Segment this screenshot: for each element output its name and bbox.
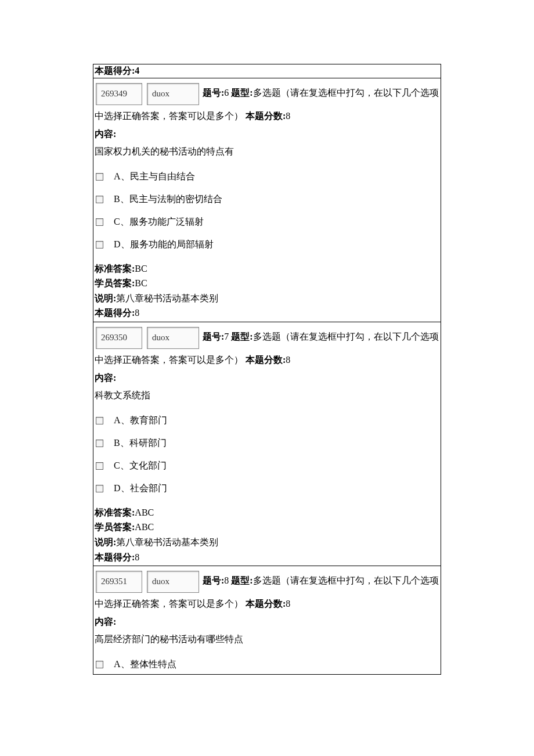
student-answer-row: 学员答案:ABC bbox=[95, 520, 439, 535]
checkbox-c[interactable] bbox=[96, 218, 103, 226]
question-type-label: 题型: bbox=[231, 576, 252, 586]
choice-row-a: A、教育部门 bbox=[95, 415, 439, 427]
student-answer-label: 学员答案: bbox=[95, 522, 135, 532]
checkbox-d[interactable] bbox=[96, 241, 103, 249]
standard-answer-row: 标准答案:ABC bbox=[95, 505, 439, 520]
question-number-value: 8 bbox=[224, 576, 229, 586]
score-obtained-label: 本题得分: bbox=[95, 552, 135, 562]
question-code-input[interactable]: duox bbox=[147, 83, 199, 105]
question-prompt: 高层经济部门的秘书活动有哪些特点 bbox=[95, 631, 439, 648]
checkbox-a[interactable] bbox=[96, 417, 103, 424]
choice-c-text: C、文化部门 bbox=[114, 460, 167, 472]
question-header: 269351 duox 题号:8 题型:多选题（请在复选框中打勾，在以下几个选项… bbox=[95, 570, 439, 613]
choice-row-a: A、民主与自由结合 bbox=[95, 171, 439, 183]
question-block-6: 269349 duox 题号:6 题型:多选题（请在复选框中打勾，在以下几个选项… bbox=[93, 78, 441, 322]
choice-row-b: B、民主与法制的密切结合 bbox=[95, 193, 439, 206]
question-id-input[interactable]: 269349 bbox=[96, 83, 142, 105]
question-id-input[interactable]: 269350 bbox=[96, 327, 142, 349]
question-prompt: 科教文系统指 bbox=[95, 387, 439, 404]
score-obtained-label: 本题得分: bbox=[95, 308, 135, 318]
desc-row: 说明:第八章秘书活动基本类别 bbox=[95, 291, 439, 306]
choice-row-d: D、社会部门 bbox=[95, 483, 439, 495]
question-type-label: 题型: bbox=[231, 332, 252, 341]
choice-d-text: D、服务功能的局部辐射 bbox=[114, 239, 214, 251]
score-obtained-row: 本题得分:8 bbox=[95, 550, 439, 565]
choice-row-c: C、服务功能广泛辐射 bbox=[95, 216, 439, 228]
standard-answer-label: 标准答案: bbox=[95, 507, 135, 517]
prev-score-row: 本题得分:4 bbox=[93, 64, 441, 78]
choice-a-text: A、民主与自由结合 bbox=[114, 171, 195, 183]
question-prompt: 国家权力机关的秘书活动的特点有 bbox=[95, 143, 439, 160]
checkbox-b[interactable] bbox=[96, 440, 103, 447]
question-header: 269350 duox 题号:7 题型:多选题（请在复选框中打勾，在以下几个选项… bbox=[95, 326, 439, 369]
content-label: 内容: bbox=[95, 614, 439, 631]
choice-c-text: C、服务功能广泛辐射 bbox=[114, 216, 204, 228]
score-obtained-value: 8 bbox=[135, 308, 139, 318]
choice-row-a: A、整体性特点 bbox=[95, 658, 439, 671]
prev-score-value: 4 bbox=[135, 66, 139, 75]
choice-d-text: D、社会部门 bbox=[114, 483, 167, 495]
choice-b-text: B、民主与法制的密切结合 bbox=[114, 193, 222, 206]
desc-label: 说明: bbox=[95, 293, 116, 303]
choice-b-text: B、科研部门 bbox=[114, 437, 167, 449]
desc-label: 说明: bbox=[95, 537, 116, 547]
student-answer-row: 学员答案:BC bbox=[95, 276, 439, 291]
content-label: 内容: bbox=[95, 370, 439, 387]
checkbox-a[interactable] bbox=[96, 661, 103, 668]
standard-answer-label: 标准答案: bbox=[95, 264, 135, 273]
desc-value: 第八章秘书活动基本类别 bbox=[116, 537, 218, 547]
question-header: 269349 duox 题号:6 题型:多选题（请在复选框中打勾，在以下几个选项… bbox=[95, 82, 439, 125]
checkbox-b[interactable] bbox=[96, 196, 103, 203]
student-answer-value: ABC bbox=[135, 522, 154, 532]
choice-row-b: B、科研部门 bbox=[95, 437, 439, 449]
score-obtained-value: 8 bbox=[135, 552, 139, 562]
desc-row: 说明:第八章秘书活动基本类别 bbox=[95, 535, 439, 550]
content-label: 内容: bbox=[95, 126, 439, 143]
checkbox-d[interactable] bbox=[96, 485, 103, 492]
student-answer-value: BC bbox=[135, 278, 147, 288]
standard-answer-row: 标准答案:BC bbox=[95, 261, 439, 276]
score-obtained-row: 本题得分:8 bbox=[95, 305, 439, 321]
question-block-8: 269351 duox 题号:8 题型:多选题（请在复选框中打勾，在以下几个选项… bbox=[93, 566, 441, 675]
checkbox-a[interactable] bbox=[96, 173, 103, 181]
desc-value: 第八章秘书活动基本类别 bbox=[116, 293, 218, 303]
standard-answer-value: ABC bbox=[135, 507, 154, 517]
score-obtained-label: 本题得分: bbox=[95, 66, 135, 75]
question-id-input[interactable]: 269351 bbox=[96, 571, 142, 593]
question-number-value: 7 bbox=[224, 332, 229, 341]
full-score-value: 8 bbox=[286, 599, 290, 609]
full-score-label: 本题分数: bbox=[246, 111, 286, 121]
question-type-label: 题型: bbox=[231, 88, 252, 98]
question-number-label: 题号: bbox=[203, 576, 224, 586]
question-code-input[interactable]: duox bbox=[147, 327, 199, 349]
question-code-input[interactable]: duox bbox=[147, 571, 199, 593]
full-score-value: 8 bbox=[286, 355, 290, 365]
checkbox-c[interactable] bbox=[96, 462, 103, 470]
question-number-value: 6 bbox=[224, 88, 229, 98]
choice-row-c: C、文化部门 bbox=[95, 460, 439, 472]
question-number-label: 题号: bbox=[203, 332, 224, 341]
question-block-7: 269350 duox 题号:7 题型:多选题（请在复选框中打勾，在以下几个选项… bbox=[93, 322, 441, 566]
full-score-value: 8 bbox=[286, 111, 290, 121]
full-score-label: 本题分数: bbox=[246, 599, 286, 609]
choice-a-text: A、整体性特点 bbox=[114, 658, 176, 671]
student-answer-label: 学员答案: bbox=[95, 278, 135, 288]
question-number-label: 题号: bbox=[203, 88, 224, 98]
standard-answer-value: BC bbox=[135, 264, 147, 273]
full-score-label: 本题分数: bbox=[246, 355, 286, 365]
choice-row-d: D、服务功能的局部辐射 bbox=[95, 239, 439, 251]
choice-a-text: A、教育部门 bbox=[114, 415, 167, 427]
page-container: 本题得分:4 269349 duox 题号:6 题型:多选题（请在复选框中打勾，… bbox=[0, 0, 534, 710]
